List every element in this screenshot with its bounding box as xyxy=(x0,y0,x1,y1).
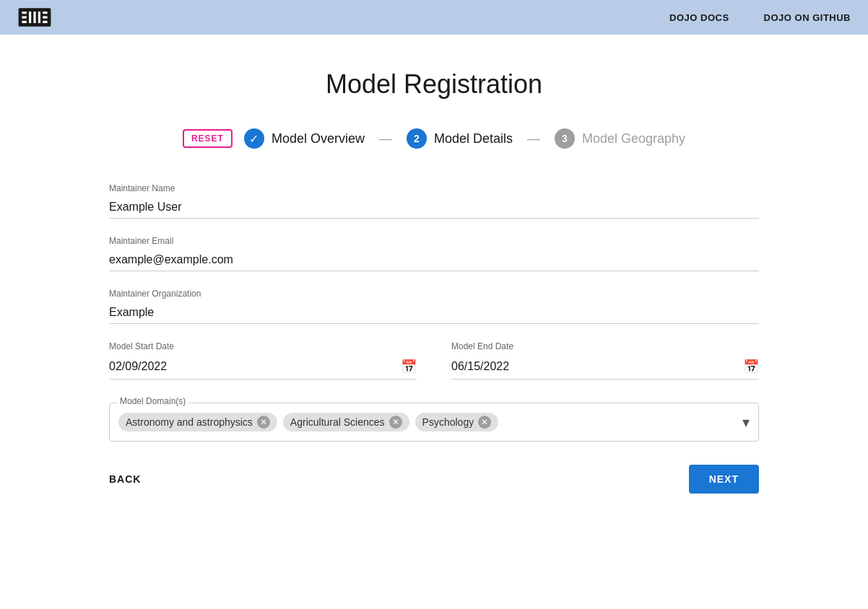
step-1-circle: ✓ xyxy=(244,128,264,149)
step-2: 2 Model Details xyxy=(407,128,513,149)
form-actions: BACK NEXT xyxy=(109,465,759,494)
end-date-wrap: 📅 xyxy=(451,354,759,380)
step-3: 3 Model Geography xyxy=(555,128,685,149)
reset-button[interactable]: RESET xyxy=(183,129,233,148)
start-date-label: Model Start Date xyxy=(109,341,417,351)
step-2-label: Model Details xyxy=(434,131,513,146)
step-1-label: Model Overview xyxy=(272,131,365,146)
chip-psych-remove[interactable]: ✕ xyxy=(478,416,491,429)
end-date-calendar-icon[interactable]: 📅 xyxy=(743,359,759,374)
chip-astronomy: Astronomy and astrophysics ✕ xyxy=(118,413,277,431)
step-1: ✓ Model Overview xyxy=(244,128,365,149)
svg-rect-6 xyxy=(38,12,40,23)
maintainer-name-input[interactable] xyxy=(109,196,759,219)
domain-chips-container: Astronomy and astrophysics ✕ Agricultura… xyxy=(118,409,750,435)
chip-agri-remove[interactable]: ✕ xyxy=(389,416,402,429)
svg-rect-9 xyxy=(43,21,47,23)
chip-agri: Agricultural Sciences ✕ xyxy=(283,413,409,431)
end-date-label: Model End Date xyxy=(451,341,759,351)
nav-dojo-docs[interactable]: DOJO DOCS xyxy=(669,12,729,23)
connector-1: — xyxy=(379,131,392,146)
svg-rect-5 xyxy=(33,12,35,23)
start-date-calendar-icon[interactable]: 📅 xyxy=(401,359,417,374)
step-3-label: Model Geography xyxy=(582,131,685,146)
end-date-field: Model End Date 📅 xyxy=(451,341,759,380)
start-date-field: Model Start Date 📅 xyxy=(109,341,417,380)
page-title: Model Registration xyxy=(58,69,810,100)
model-domains-label: Model Domain(s) xyxy=(117,396,188,406)
maintainer-email-label: Maintainer Email xyxy=(109,236,759,246)
end-date-input[interactable] xyxy=(451,360,743,373)
logo-icon xyxy=(17,6,52,29)
maintainer-name-label: Maintainer Name xyxy=(109,183,759,193)
stepper: RESET ✓ Model Overview — 2 Model Details… xyxy=(58,128,810,149)
svg-rect-8 xyxy=(43,16,47,18)
logo xyxy=(17,6,52,29)
svg-rect-1 xyxy=(22,12,26,14)
svg-rect-7 xyxy=(43,12,47,14)
step-3-circle: 3 xyxy=(555,128,575,149)
start-date-wrap: 📅 xyxy=(109,354,417,380)
maintainer-email-input[interactable] xyxy=(109,249,759,271)
back-button[interactable]: BACK xyxy=(109,473,141,485)
chip-psych: Psychology ✕ xyxy=(415,413,499,431)
header-nav: DOJO DOCS DOJO ON GITHUB xyxy=(669,12,851,23)
chip-agri-text: Agricultural Sciences xyxy=(290,416,385,428)
next-button[interactable]: NEXT xyxy=(689,465,759,494)
form-section: Maintainer Name Maintainer Email Maintai… xyxy=(109,183,759,442)
header: DOJO DOCS DOJO ON GITHUB xyxy=(0,0,868,35)
svg-rect-4 xyxy=(29,12,31,23)
maintainer-org-field: Maintainer Organization xyxy=(109,289,759,324)
chip-psych-text: Psychology xyxy=(422,416,474,428)
svg-rect-2 xyxy=(22,16,26,18)
maintainer-name-field: Maintainer Name xyxy=(109,183,759,219)
date-row: Model Start Date 📅 Model End Date 📅 xyxy=(109,341,759,380)
maintainer-org-input[interactable] xyxy=(109,302,759,324)
nav-dojo-github[interactable]: DOJO ON GITHUB xyxy=(764,12,851,23)
domain-dropdown-arrow[interactable]: ▾ xyxy=(742,413,750,431)
svg-rect-3 xyxy=(22,21,26,23)
chip-astronomy-text: Astronomy and astrophysics xyxy=(126,416,253,428)
maintainer-org-label: Maintainer Organization xyxy=(109,289,759,299)
chip-astronomy-remove[interactable]: ✕ xyxy=(257,416,270,429)
connector-2: — xyxy=(527,131,540,146)
start-date-input[interactable] xyxy=(109,360,401,373)
step-2-circle: 2 xyxy=(407,128,427,149)
model-domains-field: Model Domain(s) Astronomy and astrophysi… xyxy=(109,403,759,442)
maintainer-email-field: Maintainer Email xyxy=(109,236,759,271)
main-content: Model Registration RESET ✓ Model Overvie… xyxy=(0,35,868,609)
